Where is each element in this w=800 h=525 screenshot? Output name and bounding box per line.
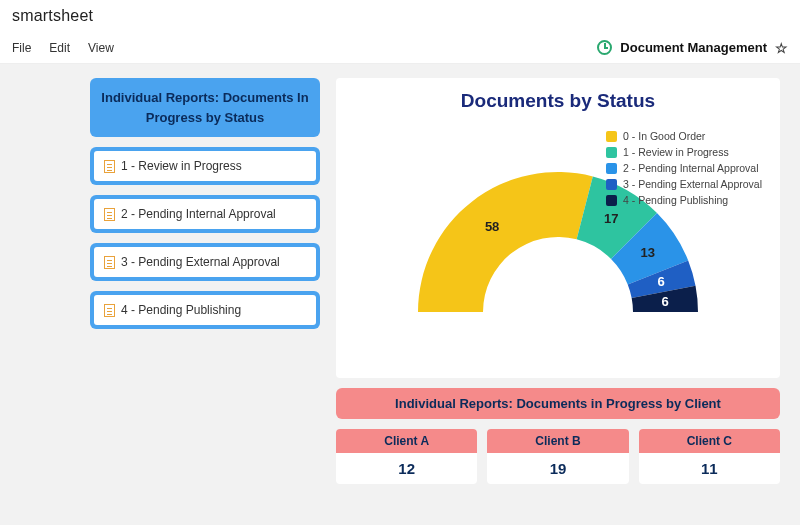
brand-logo: smartsheet (12, 7, 93, 25)
sidebar-item-3[interactable]: 3 - Pending External Approval (90, 243, 320, 281)
legend-row: 2 - Pending Internal Approval (606, 162, 762, 174)
svg-text:17: 17 (604, 211, 618, 226)
client-col-c[interactable]: Client C 11 (639, 429, 780, 484)
legend-row: 3 - Pending External Approval (606, 178, 762, 190)
client-col-b[interactable]: Client B 19 (487, 429, 628, 484)
star-icon[interactable]: ☆ (775, 40, 788, 56)
document-icon (104, 160, 115, 173)
menubar: File Edit View Document Management ☆ (0, 32, 800, 64)
menu-view[interactable]: View (88, 41, 114, 55)
topbar: smartsheet (0, 0, 800, 32)
client-name: Client B (487, 429, 628, 453)
legend-row: 0 - In Good Order (606, 130, 762, 142)
svg-text:6: 6 (658, 274, 665, 289)
chart-card: Documents by Status 0 - In Good Order 1 … (336, 78, 780, 378)
legend-swatch (606, 195, 617, 206)
client-value: 11 (639, 453, 780, 484)
sidebar-item-1[interactable]: 1 - Review in Progress (90, 147, 320, 185)
legend-swatch (606, 163, 617, 174)
legend-row: 4 - Pending Publishing (606, 194, 762, 206)
chart-legend: 0 - In Good Order 1 - Review in Progress… (606, 130, 762, 210)
sidebar-item-label: 2 - Pending Internal Approval (121, 207, 276, 221)
sidebar-item-4[interactable]: 4 - Pending Publishing (90, 291, 320, 329)
clock-icon (597, 40, 612, 55)
page-title-area: Document Management ☆ (597, 40, 788, 56)
content: Individual Reports: Documents In Progres… (0, 64, 800, 494)
page-title: Document Management (620, 40, 767, 55)
legend-label: 0 - In Good Order (623, 130, 705, 142)
chart-title: Documents by Status (350, 90, 766, 112)
svg-text:6: 6 (661, 294, 668, 309)
legend-swatch (606, 131, 617, 142)
svg-text:13: 13 (641, 245, 655, 260)
document-icon (104, 256, 115, 269)
sidebar-item-label: 1 - Review in Progress (121, 159, 242, 173)
client-value: 12 (336, 453, 477, 484)
main: Documents by Status 0 - In Good Order 1 … (336, 78, 780, 484)
client-value: 19 (487, 453, 628, 484)
legend-label: 2 - Pending Internal Approval (623, 162, 758, 174)
client-name: Client A (336, 429, 477, 453)
clients-row: Client A 12 Client B 19 Client C 11 (336, 429, 780, 484)
sidebar-header: Individual Reports: Documents In Progres… (90, 78, 320, 137)
sidebar-item-2[interactable]: 2 - Pending Internal Approval (90, 195, 320, 233)
clients-header: Individual Reports: Documents in Progres… (336, 388, 780, 419)
svg-text:58: 58 (485, 219, 499, 234)
legend-label: 4 - Pending Publishing (623, 194, 728, 206)
legend-label: 3 - Pending External Approval (623, 178, 762, 190)
client-name: Client C (639, 429, 780, 453)
sidebar-item-label: 4 - Pending Publishing (121, 303, 241, 317)
sidebar: Individual Reports: Documents In Progres… (90, 78, 320, 484)
sidebar-item-label: 3 - Pending External Approval (121, 255, 280, 269)
menu-edit[interactable]: Edit (49, 41, 70, 55)
legend-row: 1 - Review in Progress (606, 146, 762, 158)
document-icon (104, 208, 115, 221)
menu-file[interactable]: File (12, 41, 31, 55)
legend-swatch (606, 147, 617, 158)
legend-label: 1 - Review in Progress (623, 146, 729, 158)
client-col-a[interactable]: Client A 12 (336, 429, 477, 484)
document-icon (104, 304, 115, 317)
legend-swatch (606, 179, 617, 190)
